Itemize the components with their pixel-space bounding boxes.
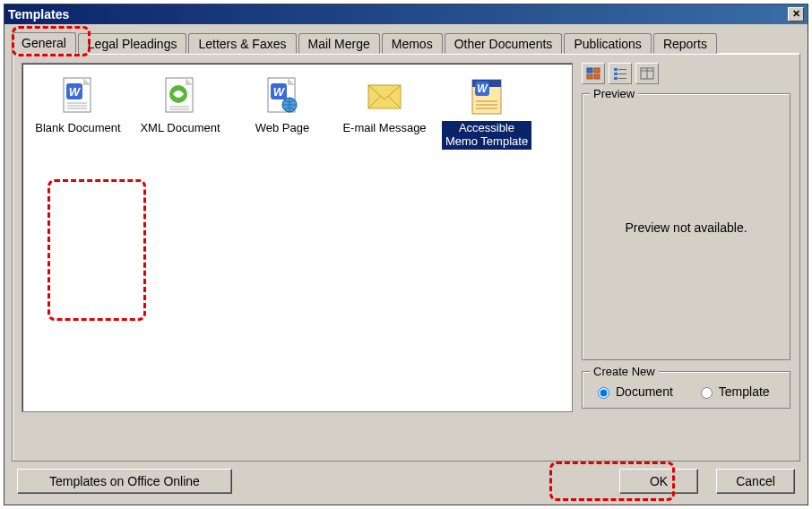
create-new-radio-template[interactable] <box>701 387 713 399</box>
dialog-button-bar: Templates on Office Online OK Cancel <box>4 469 808 505</box>
tab-memos[interactable]: Memos <box>382 33 443 54</box>
ok-button[interactable]: OK <box>619 469 698 494</box>
view-large-icons-button[interactable] <box>582 63 605 84</box>
tab-legal-pleadings[interactable]: Legal Pleadings <box>78 33 187 54</box>
svg-rect-26 <box>594 68 600 73</box>
template-label: Accessible Memo Template <box>442 121 531 150</box>
web-page-icon: W <box>261 74 304 117</box>
tab-other-documents[interactable]: Other Documents <box>445 33 563 54</box>
svg-rect-32 <box>618 73 626 74</box>
templates-dialog: Templates ✕ GeneralLegal PleadingsLetter… <box>4 4 808 505</box>
svg-rect-34 <box>618 78 626 79</box>
titlebar: Templates ✕ <box>4 4 808 24</box>
create-new-radio-document[interactable] <box>598 387 609 399</box>
tab-reports[interactable]: Reports <box>653 33 717 54</box>
template-item-xml-document[interactable]: XML Document <box>135 74 225 150</box>
view-details-button[interactable] <box>635 63 659 84</box>
svg-rect-29 <box>614 68 618 71</box>
svg-rect-31 <box>614 73 618 75</box>
tab-publications[interactable]: Publications <box>564 33 652 54</box>
tab-mail-merge[interactable]: Mail Merge <box>298 33 380 54</box>
templates-office-online-button[interactable]: Templates on Office Online <box>17 469 232 494</box>
create-new-option-document[interactable]: Document <box>593 384 673 399</box>
svg-text:W: W <box>69 85 82 99</box>
preview-message: Preview not available. <box>625 220 747 235</box>
cancel-button[interactable]: Cancel <box>716 469 795 494</box>
svg-rect-25 <box>587 68 592 73</box>
svg-text:W: W <box>273 85 286 99</box>
preview-group: Preview Preview not available. <box>582 93 790 360</box>
tab-general[interactable]: General <box>12 32 76 54</box>
view-mode-buttons <box>582 63 790 84</box>
email-icon <box>363 74 406 117</box>
create-new-option-template[interactable]: Template <box>696 384 770 399</box>
word-template-icon: W <box>465 74 508 117</box>
svg-rect-17 <box>368 85 401 108</box>
template-label: XML Document <box>138 121 221 136</box>
svg-rect-30 <box>618 69 626 70</box>
template-list: WBlank DocumentXML DocumentWWeb PageE-ma… <box>22 63 573 412</box>
template-item-accessible-memo-template[interactable]: WAccessible Memo Template <box>442 74 531 150</box>
word-doc-icon: W <box>56 74 99 117</box>
svg-text:W: W <box>477 82 488 95</box>
template-label: Blank Document <box>33 121 122 136</box>
template-label: Web Page <box>254 121 311 136</box>
svg-rect-33 <box>614 77 618 80</box>
view-list-button[interactable] <box>609 63 632 84</box>
preview-content: Preview not available. <box>590 103 782 352</box>
right-pane: Preview Preview not available. Create Ne… <box>582 63 790 452</box>
close-button[interactable]: ✕ <box>788 7 804 22</box>
create-new-group: Create New DocumentTemplate <box>582 371 790 409</box>
xml-doc-icon <box>159 74 202 117</box>
template-item-blank-document[interactable]: WBlank Document <box>33 74 123 150</box>
tab-letters-faxes[interactable]: Letters & Faxes <box>188 33 296 54</box>
template-label: E-mail Message <box>341 121 428 136</box>
svg-rect-27 <box>587 74 592 79</box>
create-new-label: Document <box>616 384 673 399</box>
create-new-group-label: Create New <box>590 365 659 378</box>
window-title: Templates <box>8 7 69 22</box>
tab-strip: GeneralLegal PleadingsLetters & FaxesMai… <box>12 31 800 53</box>
template-item-e-mail-message[interactable]: E-mail Message <box>340 74 429 150</box>
svg-rect-28 <box>594 74 600 79</box>
tab-panel: WBlank DocumentXML DocumentWWeb PageE-ma… <box>12 53 800 462</box>
preview-group-label: Preview <box>590 87 638 100</box>
create-new-label: Template <box>719 384 770 399</box>
template-item-web-page[interactable]: WWeb Page <box>238 74 327 150</box>
